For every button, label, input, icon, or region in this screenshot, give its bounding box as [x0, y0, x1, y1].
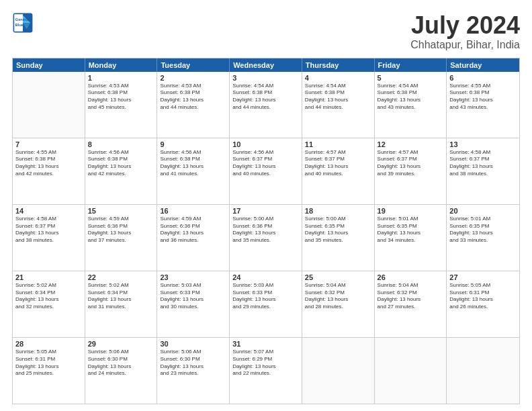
- day-number: 20: [449, 207, 517, 215]
- day-details: Sunrise: 4:56 AM Sunset: 6:38 PM Dayligh…: [88, 149, 154, 178]
- header-saturday: Saturday: [447, 58, 519, 72]
- calendar-header: Sunday Monday Tuesday Wednesday Thursday…: [13, 58, 519, 72]
- calendar-cell: 21Sunrise: 5:02 AM Sunset: 6:34 PM Dayli…: [13, 271, 85, 337]
- calendar-cell: 22Sunrise: 5:02 AM Sunset: 6:34 PM Dayli…: [85, 271, 158, 337]
- day-details: Sunrise: 4:55 AM Sunset: 6:38 PM Dayligh…: [15, 149, 82, 178]
- calendar-cell: 19Sunrise: 5:01 AM Sunset: 6:35 PM Dayli…: [375, 205, 447, 271]
- day-details: Sunrise: 4:53 AM Sunset: 6:38 PM Dayligh…: [160, 83, 226, 111]
- calendar-row-1: 1Sunrise: 4:53 AM Sunset: 6:38 PM Daylig…: [13, 72, 519, 138]
- day-details: Sunrise: 5:06 AM Sunset: 6:30 PM Dayligh…: [160, 349, 226, 377]
- day-details: Sunrise: 4:58 AM Sunset: 6:37 PM Dayligh…: [449, 149, 517, 178]
- day-details: Sunrise: 4:56 AM Sunset: 6:38 PM Dayligh…: [160, 149, 226, 178]
- day-details: Sunrise: 5:04 AM Sunset: 6:32 PM Dayligh…: [305, 282, 371, 311]
- svg-text:Blue: Blue: [15, 23, 24, 27]
- calendar-cell: 15Sunrise: 4:59 AM Sunset: 6:36 PM Dayli…: [85, 205, 158, 271]
- page: General Blue July 2024 Chhatapur, Bihar,…: [0, 0, 532, 411]
- day-details: Sunrise: 5:03 AM Sunset: 6:33 PM Dayligh…: [160, 282, 226, 311]
- calendar-cell: 25Sunrise: 5:04 AM Sunset: 6:32 PM Dayli…: [302, 271, 375, 337]
- day-number: 23: [160, 273, 226, 281]
- day-number: 6: [449, 74, 517, 82]
- day-details: Sunrise: 5:01 AM Sunset: 6:35 PM Dayligh…: [449, 216, 517, 244]
- day-details: Sunrise: 4:57 AM Sunset: 6:37 PM Dayligh…: [378, 149, 444, 178]
- header-sunday: Sunday: [13, 58, 85, 72]
- calendar-cell: 9Sunrise: 4:56 AM Sunset: 6:38 PM Daylig…: [157, 138, 230, 204]
- day-number: 22: [88, 273, 154, 281]
- calendar-cell: 4Sunrise: 4:54 AM Sunset: 6:38 PM Daylig…: [302, 72, 375, 138]
- day-details: Sunrise: 5:05 AM Sunset: 6:31 PM Dayligh…: [449, 282, 517, 311]
- logo: General Blue: [12, 12, 34, 34]
- day-details: Sunrise: 5:06 AM Sunset: 6:30 PM Dayligh…: [88, 349, 154, 377]
- calendar-cell: [447, 338, 519, 404]
- day-number: 7: [15, 140, 82, 148]
- day-number: 19: [378, 207, 444, 215]
- day-details: Sunrise: 4:53 AM Sunset: 6:38 PM Dayligh…: [88, 83, 154, 111]
- calendar-cell: 23Sunrise: 5:03 AM Sunset: 6:33 PM Dayli…: [157, 271, 230, 337]
- day-number: 1: [88, 74, 154, 82]
- calendar-row-3: 14Sunrise: 4:58 AM Sunset: 6:37 PM Dayli…: [13, 205, 519, 271]
- calendar-cell: 2Sunrise: 4:53 AM Sunset: 6:38 PM Daylig…: [157, 72, 230, 138]
- calendar-cell: 14Sunrise: 4:58 AM Sunset: 6:37 PM Dayli…: [13, 205, 85, 271]
- calendar-cell: 5Sunrise: 4:54 AM Sunset: 6:38 PM Daylig…: [375, 72, 447, 138]
- day-number: 12: [378, 140, 444, 148]
- svg-text:General: General: [15, 17, 30, 21]
- calendar-cell: 3Sunrise: 4:54 AM Sunset: 6:38 PM Daylig…: [230, 72, 302, 138]
- day-number: 4: [305, 74, 371, 82]
- day-number: 5: [378, 74, 444, 82]
- calendar-cell: 10Sunrise: 4:56 AM Sunset: 6:37 PM Dayli…: [230, 138, 302, 204]
- day-details: Sunrise: 4:55 AM Sunset: 6:38 PM Dayligh…: [449, 83, 517, 111]
- day-number: 29: [88, 340, 154, 348]
- calendar-cell: 17Sunrise: 5:00 AM Sunset: 6:36 PM Dayli…: [230, 205, 302, 271]
- day-details: Sunrise: 4:54 AM Sunset: 6:38 PM Dayligh…: [305, 83, 371, 111]
- calendar-cell: 12Sunrise: 4:57 AM Sunset: 6:37 PM Dayli…: [375, 138, 447, 204]
- calendar-cell: 27Sunrise: 5:05 AM Sunset: 6:31 PM Dayli…: [447, 271, 519, 337]
- header: General Blue July 2024 Chhatapur, Bihar,…: [12, 12, 520, 51]
- day-details: Sunrise: 4:59 AM Sunset: 6:36 PM Dayligh…: [160, 216, 226, 244]
- day-number: 11: [305, 140, 371, 148]
- calendar-cell: 11Sunrise: 4:57 AM Sunset: 6:37 PM Dayli…: [302, 138, 375, 204]
- day-number: 8: [88, 140, 154, 148]
- calendar-cell: 30Sunrise: 5:06 AM Sunset: 6:30 PM Dayli…: [157, 338, 230, 404]
- calendar-cell: 18Sunrise: 5:00 AM Sunset: 6:35 PM Dayli…: [302, 205, 375, 271]
- calendar-row-4: 21Sunrise: 5:02 AM Sunset: 6:34 PM Dayli…: [13, 271, 519, 338]
- title-block: July 2024 Chhatapur, Bihar, India: [410, 12, 520, 51]
- calendar-cell: 26Sunrise: 5:04 AM Sunset: 6:32 PM Dayli…: [375, 271, 447, 337]
- calendar-cell: 8Sunrise: 4:56 AM Sunset: 6:38 PM Daylig…: [85, 138, 158, 204]
- day-number: 10: [232, 140, 299, 148]
- day-details: Sunrise: 5:03 AM Sunset: 6:33 PM Dayligh…: [232, 282, 299, 311]
- day-details: Sunrise: 5:00 AM Sunset: 6:35 PM Dayligh…: [305, 216, 371, 244]
- day-details: Sunrise: 5:07 AM Sunset: 6:29 PM Dayligh…: [232, 349, 299, 377]
- day-number: 28: [15, 340, 82, 348]
- calendar-cell: [13, 72, 85, 138]
- day-number: 30: [160, 340, 226, 348]
- day-number: 13: [449, 140, 517, 148]
- day-details: Sunrise: 5:02 AM Sunset: 6:34 PM Dayligh…: [88, 282, 154, 311]
- calendar-cell: 20Sunrise: 5:01 AM Sunset: 6:35 PM Dayli…: [447, 205, 519, 271]
- header-monday: Monday: [85, 58, 158, 72]
- calendar-cell: 31Sunrise: 5:07 AM Sunset: 6:29 PM Dayli…: [230, 338, 302, 404]
- day-details: Sunrise: 4:57 AM Sunset: 6:37 PM Dayligh…: [305, 149, 371, 178]
- day-number: 3: [232, 74, 299, 82]
- day-number: 18: [305, 207, 371, 215]
- calendar-cell: 6Sunrise: 4:55 AM Sunset: 6:38 PM Daylig…: [447, 72, 519, 138]
- day-number: 24: [232, 273, 299, 281]
- header-friday: Friday: [375, 58, 447, 72]
- calendar: Sunday Monday Tuesday Wednesday Thursday…: [12, 58, 520, 404]
- calendar-row-2: 7Sunrise: 4:55 AM Sunset: 6:38 PM Daylig…: [13, 138, 519, 205]
- calendar-cell: 24Sunrise: 5:03 AM Sunset: 6:33 PM Dayli…: [230, 271, 302, 337]
- header-thursday: Thursday: [302, 58, 375, 72]
- day-details: Sunrise: 5:04 AM Sunset: 6:32 PM Dayligh…: [378, 282, 444, 311]
- day-number: 17: [232, 207, 299, 215]
- day-number: 21: [15, 273, 82, 281]
- day-number: 2: [160, 74, 226, 82]
- calendar-row-5: 28Sunrise: 5:05 AM Sunset: 6:31 PM Dayli…: [13, 338, 519, 404]
- day-details: Sunrise: 5:05 AM Sunset: 6:31 PM Dayligh…: [15, 349, 82, 377]
- day-number: 16: [160, 207, 226, 215]
- calendar-cell: 7Sunrise: 4:55 AM Sunset: 6:38 PM Daylig…: [13, 138, 85, 204]
- calendar-cell: [302, 338, 375, 404]
- calendar-cell: [375, 338, 447, 404]
- day-details: Sunrise: 4:54 AM Sunset: 6:38 PM Dayligh…: [232, 83, 299, 111]
- day-details: Sunrise: 4:56 AM Sunset: 6:37 PM Dayligh…: [232, 149, 299, 178]
- calendar-cell: 13Sunrise: 4:58 AM Sunset: 6:37 PM Dayli…: [447, 138, 519, 204]
- day-details: Sunrise: 4:58 AM Sunset: 6:37 PM Dayligh…: [15, 216, 82, 244]
- day-details: Sunrise: 4:54 AM Sunset: 6:38 PM Dayligh…: [378, 83, 444, 111]
